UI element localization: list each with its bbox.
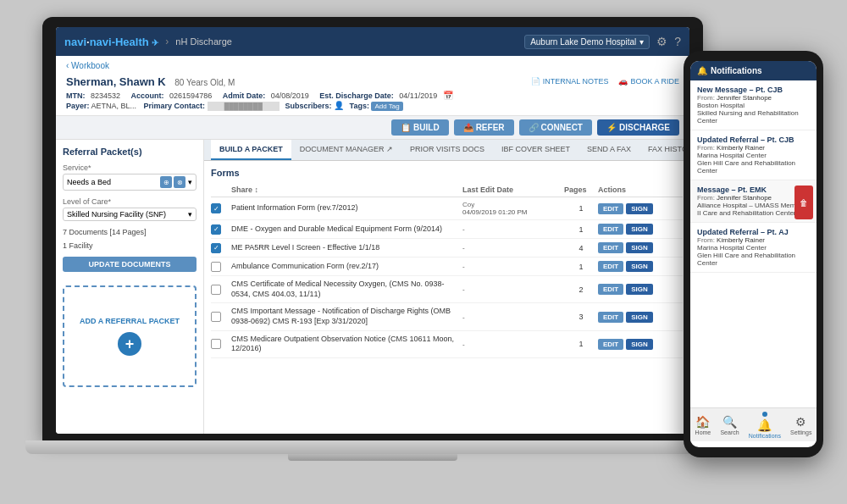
forms-area: Forms Share ↕ Last Edit Date Pages Actio… bbox=[204, 161, 689, 427]
tab-send-a-fax[interactable]: SEND A FAX bbox=[579, 140, 639, 160]
add-packet-circle[interactable]: + bbox=[118, 332, 141, 356]
col-actions: Actions bbox=[598, 186, 683, 194]
nav-separator: › bbox=[165, 36, 169, 47]
form-pages-1: 1 bbox=[564, 204, 598, 213]
phone-outer: 🔔 Notifications New Message – Pt. CJB Fr… bbox=[684, 51, 823, 457]
sign-btn-3[interactable]: SIGN bbox=[626, 242, 653, 253]
patient-identity: Sherman, Shawn K 80 Years Old, M bbox=[66, 74, 235, 89]
phone-nav-search[interactable]: 🔍 Search bbox=[720, 415, 739, 435]
level-of-care-arrow[interactable]: ▾ bbox=[188, 210, 192, 219]
row-checkbox-4[interactable] bbox=[211, 262, 221, 272]
table-header: Share ↕ Last Edit Date Pages Actions bbox=[211, 183, 683, 197]
tabs-bar: BUILD A PACKET DOCUMENT MANAGER ↗ PRIOR … bbox=[204, 140, 689, 161]
patient-name: Sherman, Shawn K bbox=[66, 75, 166, 88]
discharge-btn[interactable]: ⚡ DISCHARGE bbox=[597, 119, 679, 136]
hospital-selector[interactable]: Auburn Lake Demo Hospital ▾ bbox=[524, 35, 650, 49]
form-actions-7: EDIT SIGN bbox=[598, 339, 683, 350]
settings-icon[interactable]: ⚙ bbox=[656, 35, 667, 48]
form-name-7: CMS Medicare Outpatient Observation Noti… bbox=[231, 335, 462, 354]
form-pages-3: 4 bbox=[564, 244, 598, 252]
phone: 🔔 Notifications New Message – Pt. CJB Fr… bbox=[684, 51, 823, 457]
notification-content-4[interactable]: Updated Referral – Pt. AJ From: Kimberly… bbox=[690, 223, 817, 273]
phone-nav-home[interactable]: 🏠 Home bbox=[695, 415, 711, 435]
sign-btn-1[interactable]: SIGN bbox=[626, 203, 653, 214]
laptop-bezel: navi·navi-Health ✈ › nH Discharge Auburn… bbox=[42, 17, 703, 440]
sign-btn-4[interactable]: SIGN bbox=[626, 261, 653, 272]
patient-header: Workbook Sherman, Shawn K 80 Years Old, … bbox=[56, 56, 689, 116]
form-name-2: DME - Oxygen and Durable Medical Equipme… bbox=[231, 224, 462, 235]
phone-settings-icon: ⚙ bbox=[795, 415, 806, 429]
notif-subfacility-1: Skilled Nursing and Rehabilitation Cente… bbox=[697, 109, 810, 125]
level-of-care-value: Skilled Nursing Facility (SNF) bbox=[67, 210, 185, 219]
notification-item-1: New Message – Pt. CJB From: Jennifer Sta… bbox=[690, 80, 817, 130]
form-date-4: - bbox=[462, 263, 564, 270]
notification-item-3: Message – Pt. EMK From: Jennifer Stanhop… bbox=[690, 180, 817, 223]
edit-btn-7[interactable]: EDIT bbox=[598, 339, 623, 350]
row-checkbox-3[interactable]: ✓ bbox=[211, 243, 221, 253]
build-btn[interactable]: 📋 BUILD bbox=[391, 119, 449, 136]
tab-fax-history[interactable]: FAX HISTORY bbox=[639, 140, 689, 160]
row-checkbox-5[interactable] bbox=[211, 285, 221, 295]
phone-screen: 🔔 Notifications New Message – Pt. CJB Fr… bbox=[690, 61, 817, 447]
tab-ibf-cover-sheet[interactable]: IBF COVER SHEET bbox=[493, 140, 579, 160]
form-actions-2: EDIT SIGN bbox=[598, 224, 683, 235]
row-checkbox-7[interactable] bbox=[211, 339, 221, 349]
help-icon[interactable]: ? bbox=[674, 35, 681, 48]
edit-btn-2[interactable]: EDIT bbox=[598, 224, 623, 235]
edit-btn-6[interactable]: EDIT bbox=[598, 312, 623, 323]
calendar-icon[interactable]: 📅 bbox=[443, 91, 453, 100]
phone-nav-settings[interactable]: ⚙ Settings bbox=[790, 415, 811, 435]
edit-btn-4[interactable]: EDIT bbox=[598, 261, 623, 272]
phone-nav-notifications[interactable]: 🔔 Notifications bbox=[749, 412, 781, 439]
tab-build-a-packet[interactable]: BUILD A PACKET bbox=[211, 140, 291, 160]
sign-btn-7[interactable]: SIGN bbox=[626, 339, 653, 350]
form-date-1: Coy 04/09/2019 01:20 PM bbox=[462, 201, 564, 216]
notif-facility-2: Marina Hospital Center bbox=[697, 152, 810, 159]
form-date-2: - bbox=[462, 225, 564, 233]
trash-btn-3[interactable]: 🗑 bbox=[794, 186, 813, 219]
row-checkbox-1[interactable]: ✓ bbox=[211, 203, 221, 213]
notification-content-2[interactable]: Updated Referral – Pt. CJB From: Kimberl… bbox=[690, 130, 817, 180]
table-row: CMS Medicare Outpatient Observation Noti… bbox=[211, 331, 683, 358]
sign-btn-5[interactable]: SIGN bbox=[626, 284, 653, 295]
laptop: navi·navi-Health ✈ › nH Discharge Auburn… bbox=[42, 17, 703, 474]
edit-btn-1[interactable]: EDIT bbox=[598, 203, 623, 214]
right-panel: BUILD A PACKET DOCUMENT MANAGER ↗ PRIOR … bbox=[204, 140, 689, 434]
add-tag-btn[interactable]: Add Tag bbox=[371, 102, 402, 111]
refer-btn[interactable]: 📤 REFER bbox=[454, 119, 514, 136]
row-checkbox-2[interactable]: ✓ bbox=[211, 224, 221, 235]
internal-notes-btn[interactable]: 📄 INTERNAL NOTES bbox=[531, 77, 609, 86]
connect-btn[interactable]: 🔗 CONNECT bbox=[519, 119, 592, 136]
tab-document-manager[interactable]: DOCUMENT MANAGER ↗ bbox=[291, 140, 401, 160]
update-documents-btn[interactable]: UPDATE DOCUMENTS bbox=[63, 257, 197, 272]
home-icon: 🏠 bbox=[695, 415, 710, 429]
row-checkbox-6[interactable] bbox=[211, 312, 221, 322]
phone-header: 🔔 Notifications bbox=[690, 61, 817, 80]
service-group: Service* Needs a Bed ⊕ ⊗ ▾ bbox=[63, 163, 197, 191]
form-name-3: ME PA5RR Level I Screen - Effective 1/1/… bbox=[231, 243, 462, 253]
table-row: ✓ ME PA5RR Level I Screen - Effective 1/… bbox=[211, 239, 683, 258]
notif-subfacility-3: II Care and Rehabilitation Center bbox=[697, 209, 810, 217]
col-share[interactable]: Share ↕ bbox=[231, 186, 462, 194]
col-checkbox bbox=[211, 186, 231, 194]
laptop-screen: navi·navi-Health ✈ › nH Discharge Auburn… bbox=[56, 27, 689, 434]
notif-from-4: From: Kimberly Rainer bbox=[697, 236, 810, 244]
book-ride-btn[interactable]: 🚗 BOOK A RIDE bbox=[618, 77, 679, 86]
notification-content-1[interactable]: New Message – Pt. CJB From: Jennifer Sta… bbox=[690, 80, 817, 130]
facility-count: 1 Facility bbox=[63, 241, 197, 250]
tab-prior-visits-docs[interactable]: PRIOR VISITS DOCS bbox=[401, 140, 493, 160]
form-pages-5: 2 bbox=[564, 285, 598, 294]
form-date-5: - bbox=[462, 285, 564, 293]
patient-actions: 📄 INTERNAL NOTES 🚗 BOOK A RIDE bbox=[531, 77, 679, 86]
service-icon-1[interactable]: ⊕ bbox=[160, 176, 172, 188]
sign-btn-2[interactable]: SIGN bbox=[626, 224, 653, 235]
service-dropdown-arrow[interactable]: ▾ bbox=[188, 178, 192, 186]
edit-btn-5[interactable]: EDIT bbox=[598, 284, 623, 295]
add-referral-packet-box[interactable]: ADD A REFERRAL PACKET + bbox=[63, 285, 197, 387]
edit-btn-3[interactable]: EDIT bbox=[598, 242, 623, 253]
breadcrumb[interactable]: Workbook bbox=[66, 61, 679, 70]
search-icon: 🔍 bbox=[722, 415, 737, 429]
service-icon-2[interactable]: ⊗ bbox=[174, 176, 185, 188]
sign-btn-6[interactable]: SIGN bbox=[626, 312, 653, 323]
patient-age: 80 Years Old, M bbox=[174, 78, 235, 87]
